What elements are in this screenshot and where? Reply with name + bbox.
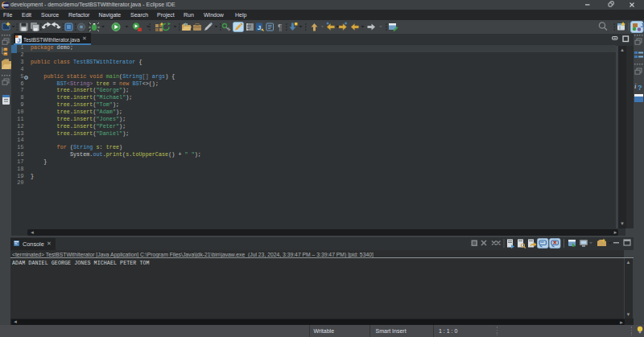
- svg-text:J: J: [17, 37, 20, 44]
- svg-text:J: J: [258, 24, 261, 31]
- svg-text:¶: ¶: [278, 23, 282, 32]
- svg-text:i: i: [634, 82, 637, 90]
- svg-text:J: J: [641, 22, 644, 29]
- svg-text:?: ?: [638, 84, 642, 92]
